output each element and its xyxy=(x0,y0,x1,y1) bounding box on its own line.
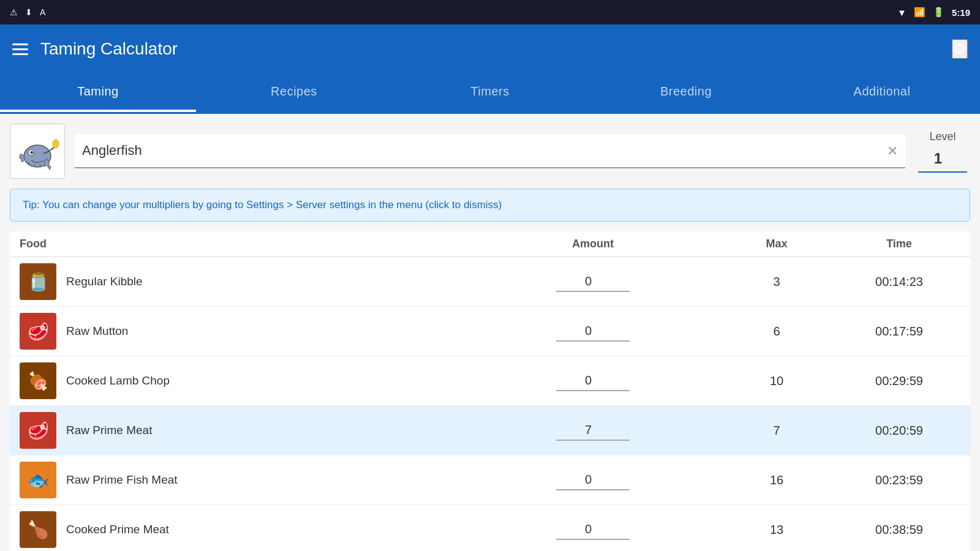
creature-search-input[interactable] xyxy=(75,134,905,168)
amount-cell-regular-kibble xyxy=(470,272,715,292)
amount-input-regular-kibble[interactable] xyxy=(556,272,630,292)
time-cell-cooked-prime-meat: 00:38:59 xyxy=(838,523,960,537)
food-name-cell: 🫙 Regular Kibble xyxy=(20,263,470,300)
food-name-cooked-prime-meat: Cooked Prime Meat xyxy=(66,523,169,536)
food-name-raw-prime-fish-meat: Raw Prime Fish Meat xyxy=(66,473,178,487)
food-icon-cooked-lamb-chop: 🍖 xyxy=(20,362,56,399)
food-name-cell: 🍖 Cooked Lamb Chop xyxy=(20,362,470,399)
settings-button[interactable]: ⚙ xyxy=(952,39,968,59)
level-label: Level xyxy=(929,130,956,143)
tip-banner[interactable]: Tip: You can change your multipliers by … xyxy=(10,189,970,222)
creature-avatar xyxy=(10,124,65,179)
clock: 5:19 xyxy=(952,7,970,18)
tab-timers[interactable]: Timers xyxy=(392,73,588,112)
food-name-raw-mutton: Raw Mutton xyxy=(66,324,128,338)
food-name-cell: 🥩 Raw Prime Meat xyxy=(20,412,470,449)
food-name-cell: 🥩 Raw Mutton xyxy=(20,313,470,350)
amount-cell-raw-mutton xyxy=(470,321,715,342)
col-header-time: Time xyxy=(838,238,960,250)
food-row-raw-mutton: 🥩 Raw Mutton 6 00:17:59 xyxy=(10,307,970,356)
amount-cell-raw-prime-meat xyxy=(470,421,715,441)
signal-icon: 📶 xyxy=(914,7,925,18)
creature-icon xyxy=(13,127,62,176)
tab-additional[interactable]: Additional xyxy=(784,73,980,112)
food-table: 🫙 Regular Kibble 3 00:14:23 🥩 Raw Mutton… xyxy=(10,257,970,551)
amount-input-cooked-lamb-chop[interactable] xyxy=(556,371,630,391)
tab-recipes[interactable]: Recipes xyxy=(196,73,392,112)
svg-point-3 xyxy=(53,140,59,148)
food-row-raw-prime-meat: 🥩 Raw Prime Meat 7 00:20:59 xyxy=(10,406,970,455)
time-cell-raw-mutton: 00:17:59 xyxy=(838,324,960,339)
app-bar-left: Taming Calculator xyxy=(12,39,178,59)
max-cell-raw-prime-fish-meat: 16 xyxy=(715,473,838,487)
food-row-raw-prime-fish-meat: 🐟 Raw Prime Fish Meat 16 00:23:59 xyxy=(10,455,970,505)
hamburger-menu[interactable] xyxy=(12,43,28,55)
alert-icon: ⚠ xyxy=(10,7,18,17)
food-row-regular-kibble: 🫙 Regular Kibble 3 00:14:23 xyxy=(10,257,970,307)
wifi-icon: ▼ xyxy=(897,7,907,18)
max-cell-raw-mutton: 6 xyxy=(715,324,838,339)
food-name-raw-prime-meat: Raw Prime Meat xyxy=(66,424,152,437)
status-bar-right: ▼ 📶 🔋 5:19 xyxy=(897,7,970,18)
food-row-cooked-prime-meat: 🍗 Cooked Prime Meat 13 00:38:59 xyxy=(10,505,970,551)
tab-bar: Taming Recipes Timers Breeding Additiona… xyxy=(0,73,980,114)
tab-breeding[interactable]: Breeding xyxy=(588,73,784,112)
max-cell-cooked-lamb-chop: 10 xyxy=(715,374,838,388)
food-name-regular-kibble: Regular Kibble xyxy=(66,275,143,288)
food-name-cooked-lamb-chop: Cooked Lamb Chop xyxy=(66,374,170,388)
food-icon-raw-mutton: 🥩 xyxy=(20,313,56,350)
food-name-cell: 🍗 Cooked Prime Meat xyxy=(20,511,470,548)
col-header-max: Max xyxy=(715,238,838,250)
level-input[interactable] xyxy=(918,146,967,173)
amount-cell-cooked-prime-meat xyxy=(470,520,715,540)
food-icon-regular-kibble: 🫙 xyxy=(20,263,56,300)
amount-cell-cooked-lamb-chop xyxy=(470,371,715,391)
col-header-food: Food xyxy=(20,238,470,250)
app-bar: Taming Calculator ⚙ xyxy=(0,24,980,73)
amount-cell-raw-prime-fish-meat xyxy=(470,470,715,490)
content-area: ✕ Level Tip: You can change your multipl… xyxy=(0,114,980,551)
svg-point-2 xyxy=(31,151,33,154)
table-header: Food Amount Max Time xyxy=(10,231,970,257)
food-icon-cooked-prime-meat: 🍗 xyxy=(20,511,56,548)
status-bar-left: ⚠ ⬇ A xyxy=(10,7,45,17)
search-input-wrap: ✕ xyxy=(75,134,905,168)
max-cell-cooked-prime-meat: 13 xyxy=(715,523,838,537)
clear-search-button[interactable]: ✕ xyxy=(887,143,898,159)
max-cell-regular-kibble: 3 xyxy=(715,275,838,289)
amount-input-cooked-prime-meat[interactable] xyxy=(556,520,630,540)
col-header-amount: Amount xyxy=(470,238,715,250)
food-icon-raw-prime-fish-meat: 🐟 xyxy=(20,462,56,498)
time-cell-regular-kibble: 00:14:23 xyxy=(838,275,960,289)
level-section: Level xyxy=(915,130,970,173)
amount-input-raw-prime-fish-meat[interactable] xyxy=(556,470,630,490)
status-bar: ⚠ ⬇ A ▼ 📶 🔋 5:19 xyxy=(0,0,980,24)
app-title: Taming Calculator xyxy=(40,39,178,59)
food-name-cell: 🐟 Raw Prime Fish Meat xyxy=(20,462,470,498)
time-cell-raw-prime-fish-meat: 00:23:59 xyxy=(838,473,960,487)
battery-icon: 🔋 xyxy=(933,7,944,18)
font-icon: A xyxy=(40,7,45,17)
max-cell-raw-prime-meat: 7 xyxy=(715,424,838,438)
time-cell-raw-prime-meat: 00:20:59 xyxy=(838,424,960,438)
time-cell-cooked-lamb-chop: 00:29:59 xyxy=(838,374,960,388)
search-row: ✕ Level xyxy=(10,124,970,179)
amount-input-raw-mutton[interactable] xyxy=(556,321,630,342)
food-row-cooked-lamb-chop: 🍖 Cooked Lamb Chop 10 00:29:59 xyxy=(10,356,970,406)
amount-input-raw-prime-meat[interactable] xyxy=(556,421,630,441)
download-icon: ⬇ xyxy=(25,7,32,17)
food-icon-raw-prime-meat: 🥩 xyxy=(20,412,56,449)
tab-taming[interactable]: Taming xyxy=(0,73,196,112)
